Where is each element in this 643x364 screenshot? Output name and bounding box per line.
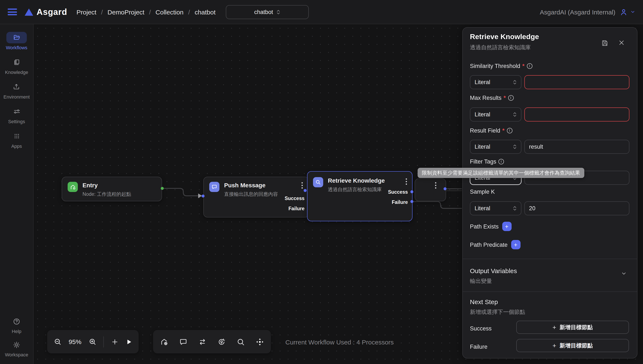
port-push-input[interactable] [201, 194, 204, 197]
workflow-select[interactable]: chatbot [226, 5, 309, 19]
sidebar-item-label: Workflows [6, 45, 27, 50]
save-icon[interactable] [601, 40, 608, 47]
info-icon[interactable] [507, 128, 512, 133]
add-target-node-success-button[interactable]: 新增目標節點 [516, 321, 629, 334]
node-title: Push Message [224, 182, 278, 189]
sidebar-item-workspace[interactable]: Workspace [5, 339, 28, 357]
node-menu-icon[interactable] [302, 182, 303, 184]
port-entry-output[interactable] [160, 187, 163, 190]
sidebar-item-workflows[interactable]: Workflows [6, 32, 27, 50]
button-label: 新增目標節點 [560, 324, 593, 331]
account-name: AsgardAI (Asgard Internal) [540, 8, 615, 16]
chevron-down-icon[interactable] [621, 270, 627, 276]
result-field-input[interactable] [524, 140, 629, 154]
close-icon[interactable] [618, 40, 625, 46]
sidebar-item-label: Environment [4, 94, 30, 100]
port-retrieve-failure[interactable] [410, 200, 413, 203]
sliders-icon [6, 106, 27, 117]
plus-icon [552, 324, 556, 331]
sidebar-item-settings[interactable]: Settings [6, 106, 27, 124]
sidebar-item-help[interactable]: Help [6, 316, 27, 334]
panel-title: Retrieve Knowledge [470, 33, 539, 41]
upload-icon [6, 81, 27, 92]
path-predicate-row: Path Predicate [470, 240, 520, 249]
field-label-sample-k: Sample K [470, 188, 495, 194]
house-plus-icon [68, 182, 78, 192]
next-step-subtitle: 新增或選擇下一個節點 [470, 308, 525, 316]
sample-k-input[interactable] [524, 201, 629, 215]
info-icon[interactable] [508, 95, 514, 100]
port-retrieve-input[interactable] [304, 189, 307, 192]
node-retrieve-knowledge[interactable]: Retrieve Knowledge 透過自然語言檢索知識庫 Success F… [307, 171, 412, 221]
add-node-button[interactable] [111, 338, 118, 346]
breadcrumb-project[interactable]: Project [77, 8, 96, 16]
node-push-message[interactable]: Push Message 直接輸出訊息的回應內容 Success Failure [203, 177, 309, 218]
breadcrumb-separator: / [101, 8, 103, 16]
user-avatar-icon[interactable] [620, 8, 628, 16]
sidebar-item-environment[interactable]: Environment [4, 81, 30, 100]
zoom-in-icon[interactable] [88, 338, 97, 346]
value-type-select[interactable]: Literal [470, 75, 521, 89]
move-tool-icon[interactable] [256, 338, 264, 346]
run-workflow-button[interactable] [125, 338, 132, 345]
sidebar-item-knowledge[interactable]: Knowledge [5, 56, 28, 75]
workflow-editor-app: Entry Node: 工作流程的起點 Push Message 直接輸出訊息的… [0, 0, 643, 364]
value-type-select[interactable]: Literal [470, 108, 521, 122]
toolbar-divider [103, 336, 104, 347]
node-subtitle: Node: 工作流程的起點 [83, 191, 131, 198]
breadcrumb-separator: / [188, 8, 190, 16]
value-type-select[interactable]: Literal [470, 140, 521, 154]
zoom-out-icon[interactable] [54, 338, 62, 346]
entry-node-tool-icon[interactable] [160, 338, 168, 346]
field-row-sample-k: Literal [470, 201, 629, 215]
add-path-exists-button[interactable] [502, 222, 511, 231]
field-row-similarity-threshold: Literal [470, 75, 629, 89]
field-label-text: Sample K [470, 188, 495, 195]
add-target-node-failure-button[interactable]: 新增目標節點 [516, 339, 629, 352]
asgard-logo-icon[interactable] [25, 8, 33, 16]
max-results-input[interactable] [524, 108, 629, 122]
add-path-predicate-button[interactable] [511, 240, 520, 249]
similarity-threshold-input[interactable] [524, 75, 629, 89]
zoom-toolbar: 95% [47, 330, 139, 354]
top-navigation-bar: Asgard Project / DemoProject / Collectio… [0, 0, 643, 24]
account-chevron-down-icon[interactable] [630, 9, 635, 14]
magnifier-icon [313, 177, 323, 187]
path-exists-row: Path Exists [470, 222, 511, 231]
ai-node-tool-icon[interactable] [217, 338, 226, 346]
port-label-failure: Failure [392, 200, 408, 205]
info-icon[interactable] [498, 159, 504, 164]
field-label-text: Filter Tags [470, 158, 496, 164]
folder-icon [6, 32, 27, 43]
field-label-text: Max Results [470, 94, 502, 101]
breadcrumb-demo-project[interactable]: DemoProject [108, 8, 144, 16]
brand-name: Asgard [37, 7, 67, 17]
breadcrumb-collection[interactable]: Collection [155, 8, 183, 16]
help-circle-icon [6, 316, 27, 327]
field-label-text: Result Field [470, 127, 500, 134]
sidebar-bottom-group: Help Workspace [5, 316, 28, 364]
breadcrumb-separator: / [149, 8, 151, 16]
value-type-select[interactable]: Literal [470, 201, 521, 215]
node-hidden-partial[interactable] [415, 178, 446, 201]
message-node-tool-icon[interactable] [179, 338, 187, 346]
node-entry[interactable]: Entry Node: 工作流程的起點 [62, 177, 162, 201]
info-icon[interactable] [527, 63, 532, 68]
port-node4-output[interactable] [444, 187, 447, 190]
node-menu-icon[interactable] [435, 182, 436, 184]
sidebar-item-apps[interactable]: Apps [6, 130, 27, 149]
breadcrumb-chatbot[interactable]: chatbot [194, 8, 216, 16]
apps-grid-icon [6, 130, 27, 142]
menu-icon[interactable] [8, 8, 17, 15]
port-retrieve-success[interactable] [410, 190, 413, 193]
workflow-status-text: Current Workflow Used : 4 Processors [285, 338, 394, 346]
speech-bubble-icon [209, 182, 220, 192]
field-label-result-field: Result Field * [470, 128, 512, 133]
search-node-tool-icon[interactable] [237, 338, 245, 346]
switch-node-tool-icon[interactable] [198, 338, 207, 346]
field-label-text: Similarity Threshold [470, 63, 520, 69]
node-menu-icon[interactable] [406, 178, 407, 180]
sidebar-item-label: Workspace [5, 352, 28, 357]
panel-subtitle: 透過自然語言檢索知識庫 [470, 44, 531, 52]
zoom-level: 95% [69, 338, 81, 345]
